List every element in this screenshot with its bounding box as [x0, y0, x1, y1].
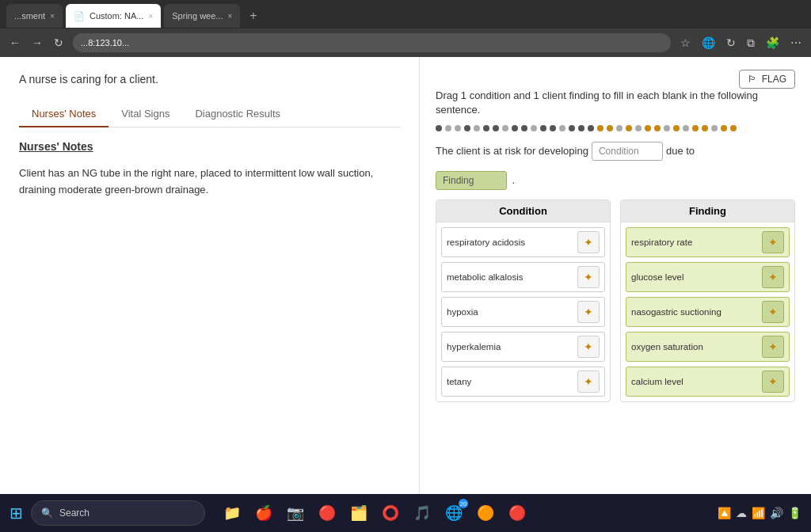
taskbar-icon-word[interactable]: 🔴: [504, 500, 530, 526]
main-content: A nurse is caring for a client. Nurses' …: [0, 57, 811, 494]
taskbar-icon-emoji[interactable]: 🍎: [251, 500, 276, 526]
condition-label-5: tetany: [447, 377, 471, 386]
condition-blank[interactable]: Condition: [592, 142, 663, 161]
condition-item-4[interactable]: hyperkalemia ✦: [441, 332, 605, 362]
dot-29: [702, 125, 708, 131]
split-icon[interactable]: ⧉: [744, 35, 758, 51]
drag-handle-f4[interactable]: ✦: [762, 336, 784, 358]
drag-handle-c5[interactable]: ✦: [577, 370, 600, 393]
finding-item-3[interactable]: nasogastric suctioning ✦: [626, 297, 790, 327]
drag-handle-c3[interactable]: ✦: [577, 301, 600, 323]
drag-handle-f3[interactable]: ✦: [762, 301, 784, 323]
browser-tab-2[interactable]: 📄 Custom: NA... ×: [66, 4, 161, 28]
dot-28: [692, 125, 699, 131]
dot-6: [483, 125, 489, 131]
refresh2-icon[interactable]: ↻: [723, 35, 739, 51]
condition-item-1[interactable]: respiratory acidosis ✦: [441, 227, 605, 257]
dot-1: [436, 125, 442, 131]
battery-icon[interactable]: 🔋: [788, 507, 801, 519]
search-text: Search: [59, 507, 89, 519]
finding-blank[interactable]: Finding: [436, 171, 507, 190]
drag-handle-c2[interactable]: ✦: [577, 266, 600, 288]
condition-item-2[interactable]: metabolic alkalosis ✦: [441, 262, 605, 292]
tab-vital-signs[interactable]: Vital Signs: [109, 101, 182, 127]
dot-8: [502, 125, 508, 131]
taskbar-icon-media[interactable]: 📷: [283, 500, 308, 526]
tab-nurses-notes[interactable]: Nurses' Notes: [19, 101, 109, 127]
browser-tab-3[interactable]: Spring wee... ×: [164, 4, 240, 28]
windows-icon: ⊞: [10, 504, 23, 522]
tab-1-close[interactable]: ×: [50, 12, 55, 21]
drag-handle-c1[interactable]: ✦: [577, 231, 600, 253]
tab-3-close[interactable]: ×: [227, 12, 232, 21]
taskbar-search[interactable]: 🔍 Search: [31, 500, 205, 526]
drag-columns: Condition respiratory acidosis ✦ metabol…: [436, 200, 795, 402]
tab-2-close[interactable]: ×: [148, 12, 153, 21]
address-bar[interactable]: ...8:123.10...: [73, 33, 671, 52]
drag-handle-f1[interactable]: ✦: [762, 231, 784, 253]
finding-label-1: respiratory rate: [631, 238, 692, 247]
drag-handle-f5[interactable]: ✦: [762, 370, 784, 393]
taskbar-icon-badge[interactable]: 20 🌐: [441, 500, 466, 526]
dot-32: [730, 125, 737, 131]
dot-31: [721, 125, 727, 131]
sentence-area: The client is at risk for developing Con…: [436, 141, 795, 162]
taskbar-icon-circle[interactable]: ⭕: [378, 500, 403, 526]
condition-label-4: hyperkalemia: [447, 342, 501, 352]
condition-item-5[interactable]: tetany ✦: [441, 367, 605, 397]
chevron-icon[interactable]: 🔼: [718, 507, 731, 519]
flag-button[interactable]: 🏳 FLAG: [739, 70, 795, 89]
wifi-icon[interactable]: 📶: [752, 507, 765, 519]
dot-22: [635, 125, 642, 131]
back-icon[interactable]: ←: [6, 35, 24, 51]
dot-14: [559, 125, 565, 131]
dot-18: [597, 125, 603, 131]
taskbar-icon-folder[interactable]: 🗂️: [346, 500, 371, 526]
finding-item-5[interactable]: calcium level ✦: [626, 367, 790, 397]
dot-25: [664, 125, 670, 131]
tab-favicon: 📄: [74, 11, 85, 21]
dot-21: [626, 125, 632, 131]
browser-tab-1[interactable]: ...sment ×: [6, 4, 63, 28]
extensions-icon[interactable]: 🧩: [763, 35, 782, 51]
refresh-icon[interactable]: ↻: [51, 35, 67, 51]
drag-handle-f2[interactable]: ✦: [762, 266, 784, 288]
notification-badge: 20: [459, 499, 468, 508]
browser-chrome: ...sment × 📄 Custom: NA... × Spring wee.…: [0, 0, 811, 57]
tab-bar: ...sment × 📄 Custom: NA... × Spring wee.…: [0, 0, 811, 28]
taskbar-icon-files[interactable]: 📁: [219, 500, 245, 526]
dot-4: [464, 125, 470, 131]
finding-item-1[interactable]: respiratory rate ✦: [626, 227, 790, 257]
finding-label-2: glucose level: [631, 272, 683, 282]
dot-7: [493, 125, 499, 131]
dot-26: [673, 125, 680, 131]
new-tab-button[interactable]: +: [243, 9, 263, 23]
finding-label-4: oxygen saturation: [631, 342, 703, 352]
condition-items: respiratory acidosis ✦ metabolic alkalos…: [436, 222, 610, 401]
volume-icon[interactable]: 🔊: [770, 507, 783, 519]
taskbar-icon-record[interactable]: 🔴: [314, 500, 340, 526]
dot-12: [540, 125, 546, 131]
finding-item-4[interactable]: oxygen saturation ✦: [626, 332, 790, 362]
more-icon[interactable]: ⋯: [787, 35, 805, 51]
finding-items: respiratory rate ✦ glucose level ✦ nasog…: [621, 222, 794, 401]
taskbar-icon-edge[interactable]: 🟠: [473, 500, 498, 526]
finding-item-2[interactable]: glucose level ✦: [626, 262, 790, 292]
dot-11: [531, 125, 537, 131]
condition-item-3[interactable]: hypoxia ✦: [441, 297, 605, 327]
dot-17: [588, 125, 594, 131]
star-icon[interactable]: ☆: [677, 35, 694, 51]
start-button[interactable]: ⊞: [10, 504, 23, 522]
tab-diagnostic-results[interactable]: Diagnostic Results: [182, 101, 293, 127]
cloud-icon[interactable]: ☁: [736, 507, 747, 519]
tab-1-label: ...sment: [14, 11, 45, 21]
dot-9: [512, 125, 518, 131]
taskbar-icon-tiktok[interactable]: 🎵: [409, 500, 435, 526]
dot-16: [578, 125, 584, 131]
flag-label: FLAG: [762, 74, 786, 85]
forward-icon[interactable]: →: [29, 35, 46, 51]
dot-13: [550, 125, 556, 131]
drag-handle-c4[interactable]: ✦: [577, 336, 600, 358]
content-tabs: Nurses' Notes Vital Signs Diagnostic Res…: [19, 101, 400, 127]
right-panel: 🏳 FLAG Drag 1 condition and 1 client fin…: [420, 57, 811, 494]
